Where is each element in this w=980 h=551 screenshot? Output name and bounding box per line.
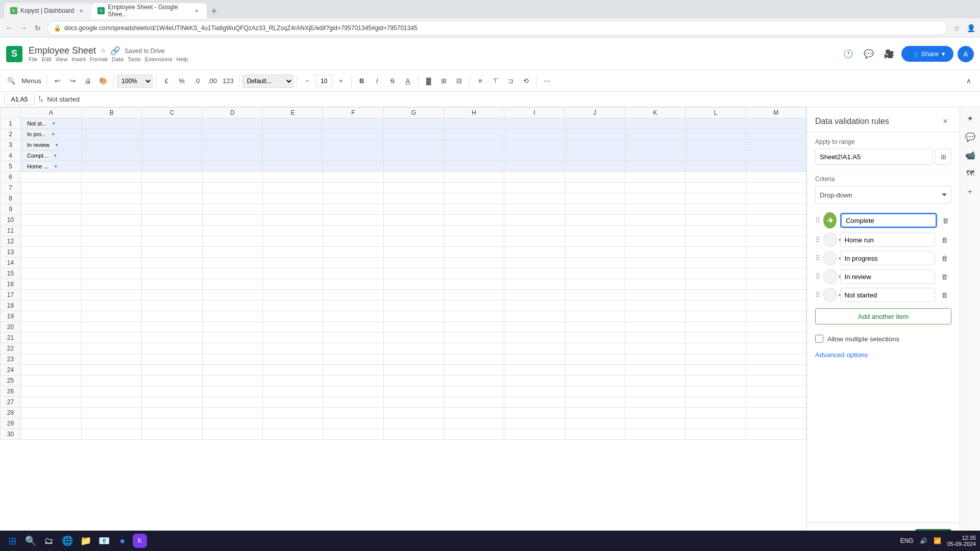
cell-L15[interactable]: [685, 268, 746, 279]
cell-D25[interactable]: [202, 375, 262, 386]
dropdown-arrow-2[interactable]: ▾: [52, 132, 55, 137]
cell-a17[interactable]: [21, 290, 82, 300]
row-num-6[interactable]: 6: [1, 172, 21, 183]
cell-F1[interactable]: [323, 118, 383, 129]
cell-C26[interactable]: [142, 386, 202, 397]
cell-L19[interactable]: [685, 311, 746, 322]
cell-F27[interactable]: [323, 397, 383, 408]
dropdown-arrow-4[interactable]: ▾: [54, 153, 57, 158]
cell-a26[interactable]: [21, 386, 82, 397]
item-input-4[interactable]: [840, 269, 935, 284]
cell-F13[interactable]: [323, 247, 383, 258]
cell-E28[interactable]: [263, 408, 323, 418]
cell-a23[interactable]: [21, 354, 82, 365]
cell-K17[interactable]: [625, 290, 685, 300]
cell-K14[interactable]: [625, 258, 685, 268]
cell-H24[interactable]: [444, 365, 504, 375]
cell-J18[interactable]: [565, 300, 625, 311]
item-input-3[interactable]: [840, 251, 935, 265]
cell-D3[interactable]: [202, 140, 262, 151]
comments-btn[interactable]: 💬: [861, 46, 877, 62]
menu-format[interactable]: Format: [90, 56, 108, 62]
cell-J15[interactable]: [565, 268, 625, 279]
cell-a7[interactable]: [21, 183, 82, 193]
cell-H2[interactable]: [444, 129, 504, 140]
cell-I16[interactable]: [504, 279, 565, 290]
cell-G29[interactable]: [383, 418, 444, 429]
cell-K26[interactable]: [625, 386, 685, 397]
wrap-btn[interactable]: ⊐: [504, 74, 518, 88]
row-num-7[interactable]: 7: [1, 183, 21, 193]
cell-H7[interactable]: [444, 183, 504, 193]
cell-G5[interactable]: [383, 161, 444, 172]
cell-C15[interactable]: [142, 268, 202, 279]
cell-C16[interactable]: [142, 279, 202, 290]
cell-I30[interactable]: [504, 429, 565, 440]
cell-J11[interactable]: [565, 226, 625, 236]
cell-K27[interactable]: [625, 397, 685, 408]
taskbar-edge[interactable]: 🌐: [59, 533, 76, 549]
cell-E12[interactable]: [263, 236, 323, 247]
cell-B8[interactable]: [82, 193, 142, 204]
cell-D29[interactable]: [202, 418, 262, 429]
cell-B7[interactable]: [82, 183, 142, 193]
cell-F29[interactable]: [323, 418, 383, 429]
cell-H8[interactable]: [444, 193, 504, 204]
row-num-11[interactable]: 11: [1, 226, 21, 236]
cell-D14[interactable]: [202, 258, 262, 268]
cell-G2[interactable]: [383, 129, 444, 140]
cell-F6[interactable]: [323, 172, 383, 183]
cell-a13[interactable]: [21, 247, 82, 258]
cell-C13[interactable]: [142, 247, 202, 258]
cell-D18[interactable]: [202, 300, 262, 311]
cell-C28[interactable]: [142, 408, 202, 418]
cell-J17[interactable]: [565, 290, 625, 300]
cell-a2[interactable]: In pro...▾: [21, 129, 82, 140]
cell-L5[interactable]: [685, 161, 746, 172]
cell-G9[interactable]: [383, 204, 444, 215]
cell-C27[interactable]: [142, 397, 202, 408]
cell-J8[interactable]: [565, 193, 625, 204]
cell-a15[interactable]: [21, 268, 82, 279]
cell-L27[interactable]: [685, 397, 746, 408]
paint-format-btn[interactable]: 🎨: [96, 74, 110, 88]
cell-L30[interactable]: [685, 429, 746, 440]
cell-H6[interactable]: [444, 172, 504, 183]
cell-I25[interactable]: [504, 375, 565, 386]
cell-G28[interactable]: [383, 408, 444, 418]
cell-L21[interactable]: [685, 333, 746, 343]
cell-K19[interactable]: [625, 311, 685, 322]
cell-G15[interactable]: [383, 268, 444, 279]
cell-I20[interactable]: [504, 322, 565, 333]
cell-K12[interactable]: [625, 236, 685, 247]
cell-I9[interactable]: [504, 204, 565, 215]
cell-F5[interactable]: [323, 161, 383, 172]
cell-L13[interactable]: [685, 247, 746, 258]
cell-G17[interactable]: [383, 290, 444, 300]
cell-H3[interactable]: [444, 140, 504, 151]
menu-view[interactable]: View: [56, 56, 68, 62]
cell-C8[interactable]: [142, 193, 202, 204]
cell-G10[interactable]: [383, 215, 444, 226]
row-num-26[interactable]: 26: [1, 386, 21, 397]
dropdown-arrow-5[interactable]: ▾: [55, 164, 57, 169]
cell-a10[interactable]: [21, 215, 82, 226]
cell-B10[interactable]: [82, 215, 142, 226]
cell-D26[interactable]: [202, 386, 262, 397]
cell-E6[interactable]: [263, 172, 323, 183]
cell-D20[interactable]: [202, 322, 262, 333]
col-header-l[interactable]: L: [685, 108, 746, 118]
cell-E29[interactable]: [263, 418, 323, 429]
cell-M28[interactable]: [746, 408, 806, 418]
star-icon[interactable]: ☆: [100, 47, 106, 55]
cell-G18[interactable]: [383, 300, 444, 311]
item-color-indicator-1[interactable]: [823, 212, 837, 229]
cell-G20[interactable]: [383, 322, 444, 333]
cell-K7[interactable]: [625, 183, 685, 193]
cell-L9[interactable]: [685, 204, 746, 215]
item-color-btn-4[interactable]: [823, 269, 837, 284]
cell-B5[interactable]: [82, 161, 142, 172]
cell-E15[interactable]: [263, 268, 323, 279]
cell-F7[interactable]: [323, 183, 383, 193]
cell-F10[interactable]: [323, 215, 383, 226]
